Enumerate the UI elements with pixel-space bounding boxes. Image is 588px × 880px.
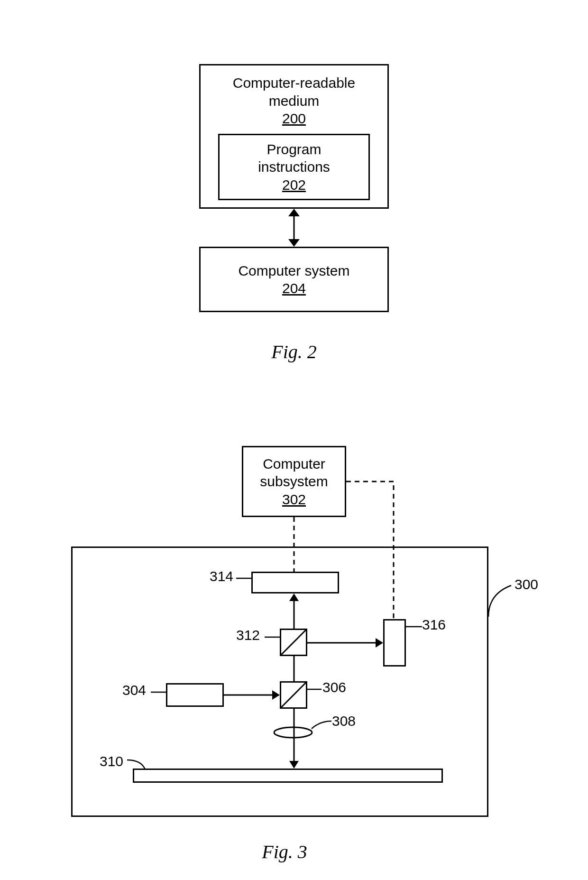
- fig2-caption: Fig. 2: [266, 341, 322, 363]
- leader-306: [307, 686, 322, 692]
- svg-marker-1: [288, 209, 300, 216]
- box-306: [280, 681, 307, 709]
- leader-314: [236, 575, 252, 581]
- svg-marker-13: [289, 593, 299, 601]
- medium-label: Computer-readable medium: [233, 74, 355, 110]
- ref-316: 316: [422, 617, 446, 633]
- subsystem-ref: 302: [282, 491, 306, 509]
- arrow-304-to-306: [224, 689, 281, 701]
- ref-300: 300: [514, 576, 538, 593]
- svg-line-5: [281, 630, 306, 655]
- svg-line-9: [281, 683, 306, 707]
- svg-marker-18: [272, 690, 280, 700]
- box-program-instructions: Program instructions 202: [218, 134, 370, 200]
- box-computer-subsystem: Computer subsystem 302: [242, 446, 346, 517]
- fig3-caption: Fig. 3: [256, 841, 313, 863]
- arrow-306-to-310: [288, 709, 300, 769]
- leader-310: [127, 759, 146, 770]
- ref-306: 306: [322, 679, 346, 695]
- leader-316: [406, 624, 422, 630]
- dashed-to-316: [346, 480, 403, 621]
- system-label: Computer system: [238, 262, 349, 280]
- leader-300: [487, 584, 516, 618]
- box-316: [383, 619, 406, 667]
- system-ref: 204: [282, 279, 306, 297]
- instructions-ref: 202: [282, 176, 306, 194]
- box-310: [133, 769, 443, 783]
- ref-312: 312: [236, 627, 260, 643]
- svg-marker-15: [376, 638, 383, 648]
- box-304: [166, 683, 224, 707]
- ref-308: 308: [332, 713, 356, 729]
- leader-308: [311, 720, 332, 730]
- subsystem-label: Computer subsystem: [260, 455, 328, 491]
- leader-304: [151, 689, 167, 695]
- arrow-312-to-316: [307, 637, 384, 649]
- ref-304: 304: [122, 682, 146, 698]
- svg-marker-2: [288, 239, 300, 247]
- medium-ref: 200: [282, 110, 306, 128]
- line-306-312: [288, 656, 300, 682]
- instructions-label: Program instructions: [258, 140, 330, 176]
- box-314: [251, 572, 339, 593]
- dashed-to-314: [288, 517, 300, 573]
- svg-marker-20: [289, 761, 299, 769]
- box-computer-system: Computer system 204: [199, 247, 389, 312]
- double-arrow-fig2: [285, 208, 303, 248]
- leader-312: [265, 634, 281, 640]
- arrow-312-to-314: [288, 593, 300, 630]
- ref-310: 310: [100, 753, 123, 769]
- box-312: [280, 629, 307, 656]
- ref-314: 314: [210, 568, 233, 584]
